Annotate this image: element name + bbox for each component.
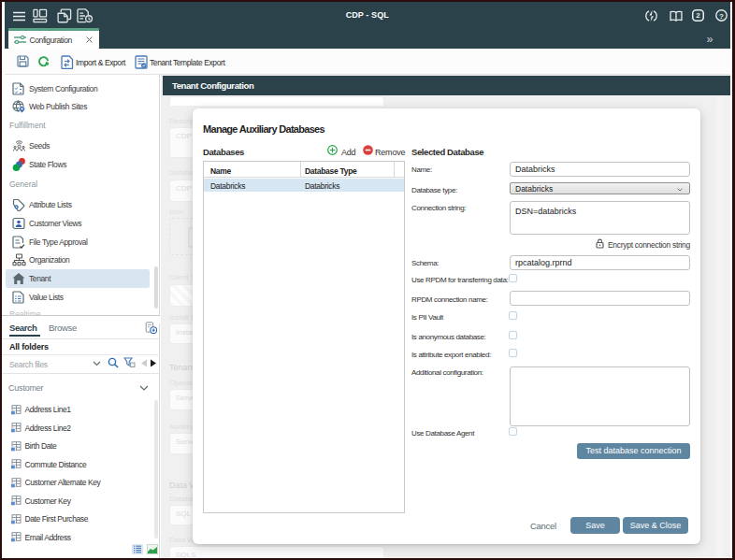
svg-text:2: 2	[696, 11, 700, 20]
svg-text:?: ?	[719, 12, 724, 21]
